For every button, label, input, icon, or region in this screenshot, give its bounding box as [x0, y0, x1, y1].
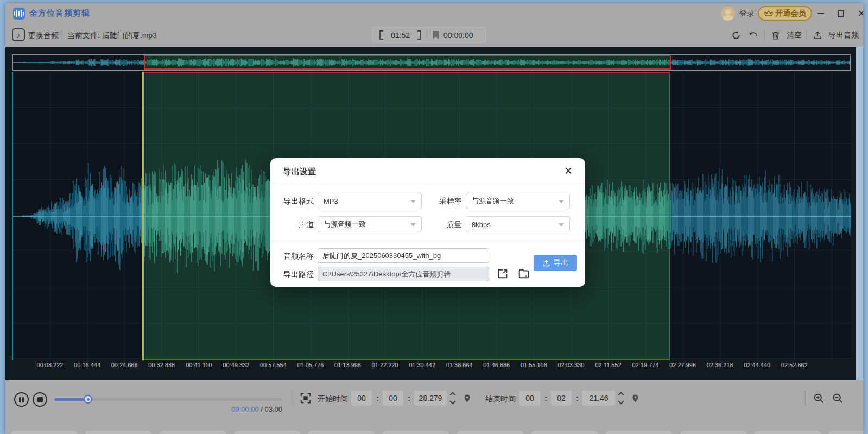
minimize-icon	[817, 13, 824, 14]
maximize-button[interactable]	[835, 8, 847, 20]
app-window: 全方位音频剪辑 登录 开通会员 × ♪ 更换音频 当前文件: 后陡门的夏.mp3…	[5, 3, 863, 434]
current-time: 00:00:00	[231, 405, 259, 413]
format-label: 导出格式	[275, 197, 314, 206]
desktop-background: 全方位音频剪辑 登录 开通会员 × ♪ 更换音频 当前文件: 后陡门的夏.mp3…	[0, 0, 868, 434]
music-note-icon[interactable]: ♪	[12, 28, 25, 41]
time-tick-label: 01:38.664	[446, 362, 473, 368]
toolbar: ♪ 更换音频 当前文件: 后陡门的夏.mp3 01:52 00:00:00 清空	[5, 24, 863, 47]
end-hours-field[interactable]: 00	[519, 391, 540, 406]
feature-buttons-row	[5, 431, 863, 434]
chevron-down-icon	[559, 200, 564, 203]
feature-button[interactable]	[383, 431, 449, 434]
selection-time-pill: 01:52 00:00:00	[372, 27, 486, 43]
dialog-divider	[270, 183, 585, 183]
time-tick-label: 02:44.440	[744, 362, 770, 368]
audio-name-input[interactable]	[318, 248, 489, 263]
sample-rate-select[interactable]: 与源音频一致	[466, 193, 570, 209]
edit-path-icon[interactable]	[496, 267, 509, 280]
dialog-title: 导出设置	[283, 167, 316, 177]
waveform-overview-canvas[interactable]	[13, 55, 850, 70]
selection-duration: 01:52	[391, 31, 410, 40]
feature-button[interactable]	[308, 431, 375, 434]
spin-down-icon[interactable]	[618, 398, 624, 404]
end-seconds-field[interactable]: 21.46	[582, 391, 615, 406]
feature-button[interactable]	[829, 431, 863, 434]
time-tick-label: 00:32.888	[148, 362, 175, 368]
feature-button[interactable]	[755, 431, 821, 434]
start-seconds-field[interactable]: 28.279	[414, 391, 447, 406]
end-time-spinner[interactable]	[617, 391, 625, 405]
slider-fill	[54, 398, 88, 401]
total-time: 03:00	[264, 405, 282, 413]
waveform-overview[interactable]	[12, 54, 851, 71]
feature-button[interactable]	[531, 431, 598, 434]
set-start-marker-icon[interactable]	[460, 392, 473, 405]
clear-button[interactable]: 清空	[787, 30, 802, 40]
feature-button[interactable]	[680, 431, 746, 434]
time-tick-label: 00:57.554	[260, 362, 287, 368]
start-time-spinner[interactable]	[448, 391, 457, 405]
chevron-down-icon	[410, 223, 416, 227]
login-button[interactable]: 登录	[739, 9, 755, 18]
avatar[interactable]	[721, 7, 735, 21]
time-tick-label: 01:13.998	[334, 362, 361, 368]
minimize-button[interactable]	[814, 8, 826, 20]
panel-right-scrollbar[interactable]	[856, 47, 863, 380]
quality-label: 质量	[429, 220, 462, 230]
time-tick-label: 00:16.444	[74, 362, 100, 368]
export-button[interactable]: 导出	[534, 255, 577, 271]
channel-select[interactable]: 与源音频一致	[318, 216, 422, 232]
set-end-marker-icon[interactable]	[629, 392, 642, 405]
marker-time: 00:00:00	[443, 31, 473, 40]
slider-thumb[interactable]	[84, 395, 92, 404]
crop-selection-icon[interactable]	[299, 392, 312, 405]
time-tick-label: 01:55.108	[521, 362, 547, 368]
vip-membership-button[interactable]: 开通会员	[758, 6, 812, 21]
feature-button[interactable]	[11, 431, 77, 434]
change-audio-button[interactable]: 更换音频	[28, 31, 59, 41]
export-settings-dialog: 导出设置 × 导出格式 MP3 采样率 与源音频一致 声道 与源音频一致 质量 …	[270, 158, 585, 287]
pause-icon	[19, 397, 21, 402]
feature-button[interactable]	[234, 431, 300, 434]
stop-button[interactable]	[33, 392, 47, 407]
undo-icon[interactable]	[747, 29, 760, 42]
feature-button[interactable]	[606, 431, 672, 434]
spin-up-icon[interactable]	[618, 392, 624, 398]
trash-icon[interactable]	[769, 29, 782, 42]
feature-button[interactable]	[160, 431, 226, 434]
dialog-close-button[interactable]: ×	[561, 163, 575, 178]
spin-down-icon[interactable]	[449, 398, 455, 404]
time-tick-label: 02:19.774	[632, 362, 659, 368]
close-button[interactable]: ×	[856, 8, 863, 20]
time-tick-label: 02:52.662	[781, 362, 808, 368]
time-tick-label: 00:41.110	[186, 362, 212, 368]
time-tick-label: 02:03.330	[557, 362, 584, 368]
stop-icon	[37, 397, 43, 402]
zoom-in-icon[interactable]	[812, 392, 825, 405]
zoom-out-icon[interactable]	[831, 392, 844, 405]
pause-button[interactable]	[14, 392, 29, 407]
chevron-down-icon	[410, 200, 416, 203]
start-hours-field[interactable]: 00	[351, 391, 372, 406]
export-audio-icon[interactable]	[811, 29, 824, 42]
spin-up-icon[interactable]	[449, 392, 455, 398]
transport-divider	[294, 391, 294, 405]
format-select[interactable]: MP3	[318, 193, 422, 209]
time-tick-label: 01:22.220	[372, 362, 398, 368]
time-tick-label: 01:30.442	[409, 362, 435, 368]
redo-icon[interactable]	[730, 29, 743, 42]
open-folder-icon[interactable]	[517, 267, 530, 280]
transport-bar: 00:00:00 / 03:00 开始时间 00 : 00 : 28.279 结…	[5, 380, 863, 434]
dialog-divider	[270, 241, 585, 241]
chevron-down-icon	[559, 223, 564, 227]
export-path-input[interactable]	[318, 267, 489, 281]
feature-button[interactable]	[457, 431, 523, 434]
end-minutes-field[interactable]: 02	[551, 391, 572, 406]
feature-button[interactable]	[85, 431, 151, 434]
quality-select[interactable]: 8kbps	[466, 216, 570, 232]
bookmark-icon	[433, 31, 439, 40]
start-minutes-field[interactable]: 00	[383, 391, 403, 406]
export-audio-button[interactable]: 导出音频	[828, 30, 859, 40]
playback-slider[interactable]	[54, 398, 282, 401]
toolbar-divider	[62, 30, 62, 40]
